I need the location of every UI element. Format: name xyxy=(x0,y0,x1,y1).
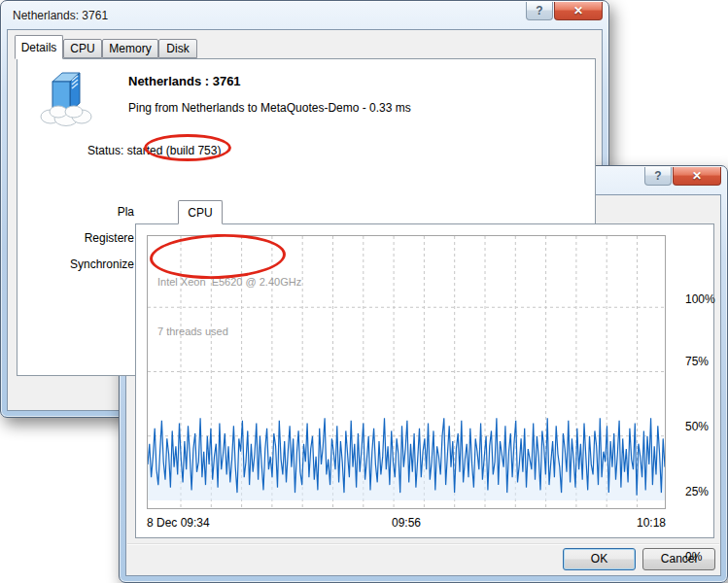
ok-button[interactable]: OK xyxy=(563,548,636,570)
server-cpu-window: Netherlands: 3761 ? ✕ Details CPU Memory… xyxy=(119,165,728,583)
ytick-50: 50% xyxy=(685,420,724,433)
xtick-end: 10:18 xyxy=(569,516,666,530)
footer-divider xyxy=(127,543,719,545)
cpu-threads-line: 7 threads used xyxy=(157,324,301,340)
tab-details[interactable]: Details xyxy=(15,35,63,59)
xtick-middle: 09:56 xyxy=(329,516,484,530)
ytick-75: 75% xyxy=(685,355,724,368)
ping-text: Ping from Netherlands to MetaQuotes-Demo… xyxy=(128,101,411,115)
tab-cpu[interactable]: CPU xyxy=(63,39,102,58)
cpu-tab-page: Intel Xeon E5620 @ 2.40GHz 7 threads use… xyxy=(135,223,714,538)
tab-disk[interactable]: Disk xyxy=(158,39,197,58)
tab-memory[interactable]: Memory xyxy=(102,39,158,58)
ytick-0: 0% xyxy=(685,550,724,564)
build-annotation-ellipse xyxy=(144,134,231,161)
help-icon[interactable]: ? xyxy=(526,2,553,20)
close-icon[interactable]: ✕ xyxy=(554,2,603,20)
help-icon[interactable]: ? xyxy=(644,167,672,186)
server-heading: Netherlands : 3761 xyxy=(128,74,241,88)
tab-cpu[interactable]: CPU xyxy=(178,200,223,224)
field-label-platform: Pla xyxy=(17,205,134,219)
xtick-start: 8 Dec 09:34 xyxy=(147,516,210,530)
field-label-synchronized: Synchronize xyxy=(17,257,134,271)
window-title: Netherlands: 3761 xyxy=(13,9,108,22)
cloud-server-icon xyxy=(39,68,93,126)
ytick-25: 25% xyxy=(685,485,724,498)
ytick-100: 100% xyxy=(685,292,724,306)
field-label-registered: Registere xyxy=(17,231,134,245)
close-icon[interactable]: ✕ xyxy=(673,167,721,186)
